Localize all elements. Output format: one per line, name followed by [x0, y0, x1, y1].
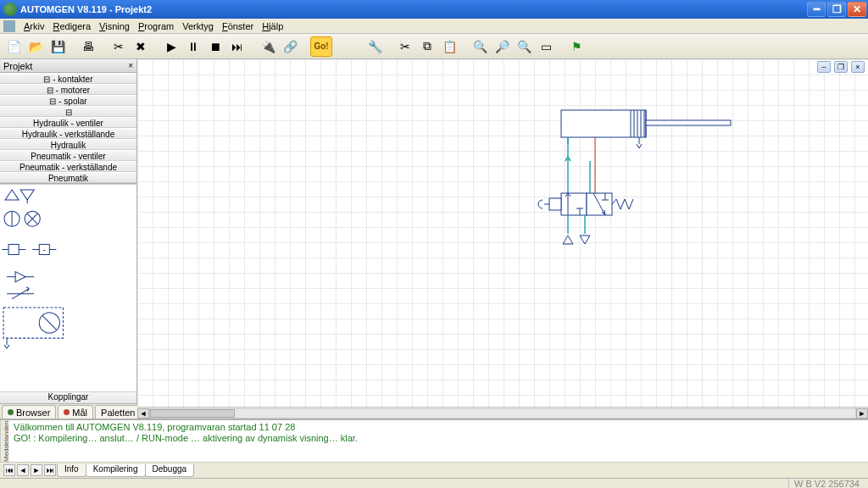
menu-visning[interactable]: Visning — [99, 21, 130, 31]
menubar: Arkiv Redigera Visning Program Verktyg F… — [0, 19, 868, 34]
menu-arkiv[interactable]: Arkiv — [24, 21, 44, 31]
tree-kontakter[interactable]: ⊟ - kontakter — [0, 73, 136, 84]
tab-mal[interactable]: Mål — [58, 405, 93, 419]
tb-new-icon[interactable]: 📄 — [3, 36, 24, 57]
messages-body: Meddelanden Välkommen till AUTOMGEN V8.1… — [0, 420, 868, 463]
message-line: Välkommen till AUTOMGEN V8.119, programv… — [14, 422, 865, 433]
tb-save-icon[interactable]: 💾 — [47, 36, 68, 57]
tb-tool1-icon[interactable]: 🔧 — [364, 36, 385, 57]
tb-pause-icon[interactable]: ⏸ — [183, 36, 203, 57]
symbol-palette[interactable]: - — [0, 184, 136, 391]
svg-line-19 — [42, 316, 56, 330]
msgtab-first-icon[interactable]: ⏮ — [3, 464, 15, 476]
messages-tabs: ⏮ ◄ ► ⏭ Info Kompilering Debugga — [0, 463, 868, 478]
mdi-close-icon[interactable]: × — [851, 61, 865, 73]
svg-text:-: - — [42, 245, 46, 255]
tb-paste-icon[interactable]: 📋 — [439, 36, 459, 57]
svg-rect-21 — [561, 110, 646, 137]
svg-marker-13 — [15, 272, 25, 282]
svg-rect-28 — [646, 120, 731, 125]
cylinder-symbol[interactable] — [561, 110, 731, 148]
hscroll-right-icon[interactable]: ► — [856, 408, 868, 419]
tb-zoom-out-icon[interactable]: 🔎 — [492, 36, 512, 57]
project-panel: Projekt × ⊟ - kontakter ⊟ - motorer ⊟ - … — [0, 59, 137, 419]
project-panel-title: Projekt — [3, 61, 32, 71]
canvas-area: – ❐ × — [137, 59, 868, 419]
hscroll-left-icon[interactable]: ◄ — [137, 408, 149, 419]
mdi-child-controls: – ❐ × — [817, 61, 865, 73]
tb-disconnect-icon[interactable]: 🔗 — [280, 36, 300, 57]
tree-hyd-verk[interactable]: Hydraulik - verkställande — [0, 128, 136, 139]
status-right: W B V2 256734 — [788, 479, 865, 489]
valve-symbol[interactable] — [538, 193, 633, 244]
tree-hyd-vent[interactable]: Hydraulik - ventiler — [0, 117, 136, 128]
tree-pneu-vent[interactable]: Pneumatik - ventiler — [0, 150, 136, 161]
message-line: GO! : Kompilering… anslut… / RUN-mode … … — [14, 433, 865, 444]
msgtab-next-icon[interactable]: ► — [31, 464, 42, 476]
tree-blank[interactable]: ⊟ — [0, 106, 136, 117]
tree-hyd[interactable]: Hydraulik — [0, 139, 136, 150]
minimize-button[interactable]: ━ — [807, 2, 826, 17]
svg-rect-33 — [561, 193, 587, 215]
toolbar: 📄 📂 💾 🖶 ✂ ✖ ▶ ⏸ ⏹ ⏭ 🔌 🔗 Go! 🔧 ✂ ⧉ 📋 🔍 🔎 … — [0, 34, 868, 59]
mdi-restore-icon[interactable]: ❐ — [834, 61, 848, 73]
maximize-button[interactable]: ❐ — [827, 2, 846, 17]
tb-print-icon[interactable]: 🖶 — [78, 36, 98, 57]
messages-panel: Meddelanden Välkommen till AUTOMGEN V8.1… — [0, 419, 868, 478]
mdi-min-icon[interactable]: – — [817, 61, 831, 73]
tb-go-button[interactable]: Go! — [310, 36, 332, 57]
canvas-hscrollbar[interactable]: ◄ ► — [137, 407, 868, 419]
menu-redigera[interactable]: Redigera — [53, 21, 91, 31]
tb-cut-icon[interactable]: ✂ — [108, 36, 129, 57]
tab-paletten[interactable]: Paletten — [95, 405, 141, 419]
left-panel-tabs: Browser Mål Paletten — [0, 403, 136, 419]
tb-open-icon[interactable]: 📂 — [25, 36, 46, 57]
tb-delete-icon[interactable]: ✖ — [131, 36, 151, 57]
svg-rect-6 — [8, 244, 19, 254]
menu-fonster[interactable]: Fönster — [222, 21, 253, 31]
palette-footer[interactable]: Kopplingar — [0, 391, 136, 403]
tree-pneu-verk[interactable]: Pneumatik - verkställande — [0, 161, 136, 172]
project-panel-header: Projekt × — [0, 59, 136, 73]
project-panel-close-icon[interactable]: × — [128, 61, 133, 70]
menu-icon — [3, 20, 15, 32]
close-button[interactable]: ✕ — [848, 2, 866, 17]
tb-stop-icon[interactable]: ⏹ — [205, 36, 225, 57]
workspace: Projekt × ⊟ - kontakter ⊟ - motorer ⊟ - … — [0, 59, 868, 419]
tb-connect-icon[interactable]: 🔌 — [258, 36, 278, 57]
statusbar: W B V2 256734 — [0, 478, 868, 488]
tree-motorer[interactable]: ⊟ - motorer — [0, 84, 136, 95]
tb-play-icon[interactable]: ▶ — [161, 36, 181, 57]
tb-step-icon[interactable]: ⏭ — [227, 36, 248, 57]
titlebar: AUTOMGEN V8.119 - Projekt2 ━ ❐ ✕ — [0, 0, 868, 19]
msgtab-info[interactable]: Info — [57, 464, 86, 477]
project-tree: ⊟ - kontakter ⊟ - motorer ⊟ - spolar ⊟ H… — [0, 73, 136, 184]
window-title: AUTOMGEN V8.119 - Projekt2 — [20, 4, 807, 14]
tb-zoom-fit-icon[interactable]: 🔍 — [514, 36, 534, 57]
msgtab-last-icon[interactable]: ⏭ — [44, 464, 56, 476]
tb-zoom-in-icon[interactable]: 🔍 — [470, 36, 490, 57]
tb-copy-icon[interactable]: ⧉ — [417, 36, 437, 57]
menu-program[interactable]: Program — [138, 21, 174, 31]
tb-blank-icon[interactable] — [334, 36, 354, 57]
tab-browser[interactable]: Browser — [2, 405, 56, 419]
flow-line — [565, 137, 590, 193]
drawing-canvas[interactable] — [137, 59, 868, 407]
tb-window-icon[interactable]: ▭ — [536, 36, 556, 57]
app-icon — [3, 3, 17, 16]
menu-verktyg[interactable]: Verktyg — [182, 21, 214, 31]
msgtab-debugga[interactable]: Debugga — [145, 464, 195, 477]
svg-rect-17 — [3, 308, 63, 338]
msgtab-kompilering[interactable]: Kompilering — [86, 464, 146, 477]
tb-cut2-icon[interactable]: ✂ — [395, 36, 415, 57]
tree-pneu[interactable]: Pneumatik — [0, 172, 136, 183]
svg-rect-41 — [549, 198, 561, 210]
msgtab-prev-icon[interactable]: ◄ — [17, 464, 29, 476]
menu-hjalp[interactable]: Hjälp — [262, 21, 283, 31]
messages-side-label: Meddelanden — [0, 420, 8, 462]
tb-run-flag-icon[interactable]: ⚑ — [566, 36, 587, 57]
pneumatic-diagram — [137, 59, 868, 407]
tree-spolar[interactable]: ⊟ - spolar — [0, 95, 136, 106]
